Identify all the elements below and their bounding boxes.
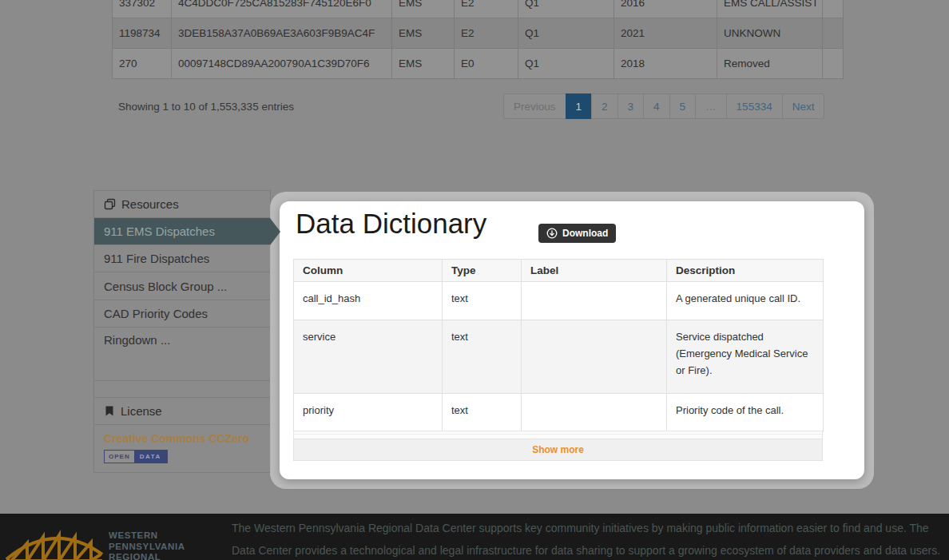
page: 337302 4C4DDC0F725CA815283F745120E6F0 EM… <box>0 0 949 560</box>
resources-title: Resources <box>121 197 179 211</box>
page-button-2[interactable]: 2 <box>591 93 618 119</box>
cell-id: 337302 <box>113 0 172 18</box>
cell-gutter <box>823 18 844 49</box>
bridge-truss-icon[interactable] <box>5 530 104 560</box>
cell-hash: 4C4DDC0F725CA815283F745120E6F0 <box>172 0 392 18</box>
pagination: Previous 1 2 3 4 5 … 155334 Next <box>503 93 824 119</box>
cell-year: 2021 <box>614 18 717 49</box>
page-ellipsis: … <box>695 93 727 119</box>
dictionary-table: Column Type Label Description call_id_ha… <box>293 259 824 432</box>
circle-arrow-down-icon <box>546 228 558 239</box>
sidebar-item-911-ems-dispatches[interactable]: 911 EMS Dispatches <box>94 218 270 245</box>
show-more-button[interactable]: Show more <box>293 439 823 461</box>
table-row: 270 00097148CD89AA200790A1C39D70F6 EMS E… <box>113 49 844 79</box>
cell-hash: 00097148CD89AA200790A1C39D70F6 <box>172 49 392 79</box>
dict-label <box>522 394 667 432</box>
logo-line: WESTERN <box>109 530 185 542</box>
sidebar-item-911-fire-dispatches[interactable]: 911 Fire Dispatches <box>94 245 270 272</box>
license-body: Creative Commons CCZero OPEN DATA <box>94 425 270 472</box>
dict-description: Priority code of the call. <box>667 394 824 432</box>
cell-gutter <box>823 0 844 18</box>
cell-service: EMS <box>392 18 455 49</box>
cell-priority: E0 <box>455 49 518 79</box>
page-button-last[interactable]: 155334 <box>726 93 783 119</box>
cell-id: 270 <box>113 49 172 79</box>
page-button-5[interactable]: 5 <box>669 93 697 119</box>
sidebar-item-label: CAD Priority Codes <box>104 307 208 320</box>
col-header-description: Description <box>667 260 824 282</box>
download-button[interactable]: Download <box>538 224 616 243</box>
open-data-badge-data: DATA <box>134 451 167 463</box>
cell-quarter: Q1 <box>518 18 614 49</box>
dict-description: A generated unique call ID. <box>667 282 824 320</box>
dictionary-row: priority text Priority code of the call. <box>294 394 824 432</box>
copy-pages-icon <box>104 198 116 210</box>
cell-service: EMS <box>392 49 455 79</box>
dict-type: text <box>443 320 522 394</box>
results-table: 337302 4C4DDC0F725CA815283F745120E6F0 EM… <box>112 0 844 79</box>
resources-header: Resources <box>94 191 270 218</box>
footer: WESTERN PENNSYLVANIA REGIONAL The Wester… <box>0 514 949 560</box>
cell-description: EMS CALL/ASSIST <box>717 0 823 18</box>
col-header-type: Type <box>443 260 522 282</box>
logo-line: PENNSYLVANIA <box>109 542 185 553</box>
cell-gutter <box>823 49 844 79</box>
logo-line: REGIONAL <box>109 552 185 560</box>
sidebar-item-ringdown[interactable]: Ringdown ... <box>94 328 270 381</box>
cell-description: Removed <box>717 49 823 79</box>
sidebar: Resources 911 EMS Dispatches 911 Fire Di… <box>93 190 271 473</box>
sidebar-item-label: Census Block Group ... <box>104 280 227 293</box>
data-dictionary-title: Data Dictionary <box>296 208 486 240</box>
dictionary-header-row: Column Type Label Description <box>294 260 824 282</box>
cell-service: EMS <box>392 0 455 18</box>
sidebar-item-label: 911 EMS Dispatches <box>104 224 215 238</box>
footer-description-line2: Data Center provides a technological and… <box>232 540 943 560</box>
cell-priority: E2 <box>455 0 518 18</box>
open-data-badge[interactable]: OPEN DATA <box>104 450 168 463</box>
open-data-badge-open: OPEN <box>105 451 134 463</box>
dict-label <box>522 282 667 320</box>
col-header-label: Label <box>522 260 667 282</box>
data-dictionary-panel: Data Dictionary Download Column Type Lab… <box>280 201 864 479</box>
table-row: 337302 4C4DDC0F725CA815283F745120E6F0 EM… <box>113 0 844 18</box>
cell-hash: 3DEB158A37A0B69AE3A603F9B9AC4F <box>172 18 392 49</box>
page-button-4[interactable]: 4 <box>643 93 670 119</box>
bookmark-icon <box>104 405 115 417</box>
cell-quarter: Q1 <box>518 0 614 18</box>
license-link[interactable]: Creative Commons CCZero <box>104 432 270 445</box>
sidebar-spacer <box>94 381 270 398</box>
active-item-arrow <box>270 218 280 245</box>
sidebar-item-label: Ringdown ... <box>104 333 170 347</box>
sidebar-item-census-block-group[interactable]: Census Block Group ... <box>94 272 270 300</box>
download-label: Download <box>562 228 608 239</box>
page-button-1[interactable]: 1 <box>566 93 593 119</box>
cell-priority: E2 <box>455 18 518 49</box>
dict-type: text <box>443 282 522 320</box>
dict-label <box>522 320 667 394</box>
cell-quarter: Q1 <box>518 49 614 79</box>
license-title: License <box>121 404 162 418</box>
page-button-3[interactable]: 3 <box>617 93 645 119</box>
dictionary-row: service text Service dispatched (Emergen… <box>294 320 824 394</box>
dictionary-row: call_id_hash text A generated unique cal… <box>294 282 824 320</box>
cell-description: UNKNOWN <box>717 18 823 49</box>
cell-year: 2018 <box>614 49 717 79</box>
dict-type: text <box>443 394 522 432</box>
dict-column: call_id_hash <box>294 282 443 320</box>
dictionary-clipped-row <box>293 431 823 439</box>
footer-description: The Western Pennsylvania Regional Data C… <box>232 518 943 560</box>
sidebar-item-label: 911 Fire Dispatches <box>104 252 209 265</box>
next-page-button[interactable]: Next <box>782 93 825 119</box>
dict-column: priority <box>294 394 443 432</box>
col-header-column: Column <box>294 260 443 282</box>
sidebar-item-cad-priority-codes[interactable]: CAD Priority Codes <box>94 300 270 328</box>
license-header: License <box>94 398 270 425</box>
cell-year: 2016 <box>614 0 717 18</box>
dict-description: Service dispatched (Emergency Medical Se… <box>667 320 824 394</box>
cell-id: 1198734 <box>113 18 172 49</box>
table-row: 1198734 3DEB158A37A0B69AE3A603F9B9AC4F E… <box>113 18 844 49</box>
entries-summary: Showing 1 to 10 of 1,553,335 entries <box>118 101 294 113</box>
previous-page-button[interactable]: Previous <box>503 93 566 119</box>
footer-description-line1: The Western Pennsylvania Regional Data C… <box>232 518 943 540</box>
footer-logo-text[interactable]: WESTERN PENNSYLVANIA REGIONAL <box>109 530 185 560</box>
